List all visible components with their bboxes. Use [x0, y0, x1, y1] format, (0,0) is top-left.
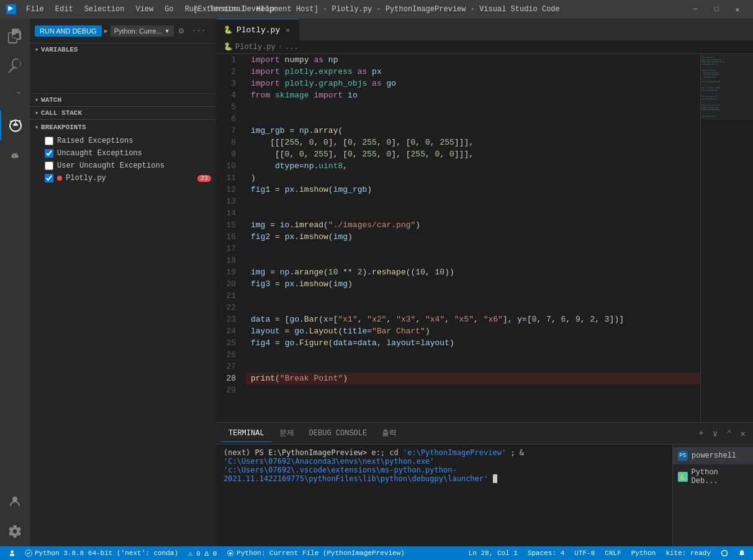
terminal-side-panel: PS powershell 🐍 Python Deb... [672, 445, 753, 546]
variables-content [30, 56, 216, 93]
chevron-down-icon: ▼ [165, 28, 170, 34]
run-debug-label: RUN AND DEBUG [40, 27, 97, 35]
menu-view[interactable]: View [130, 4, 158, 15]
plotly-breakpoint-checkbox[interactable] [45, 174, 53, 183]
python-version-label: Python 3.8.8 64-bit ('next': conda) [35, 549, 178, 557]
line-num-29: 29 [216, 384, 241, 396]
status-position[interactable]: Ln 28, Col 1 [466, 549, 520, 557]
menu-edit[interactable]: Edit [50, 4, 78, 15]
maximize-button[interactable]: □ [707, 3, 726, 16]
tab-problems[interactable]: 문제 [272, 424, 302, 443]
status-debug-icon[interactable] [5, 549, 17, 557]
raised-exceptions-checkbox[interactable] [45, 137, 53, 145]
plotly-breakpoint-label: Plotly.py [66, 174, 106, 183]
title-bar: ⯈ File Edit Selection View Go Run Termin… [0, 0, 753, 19]
powershell-icon: PS [678, 451, 688, 461]
code-line-14 [246, 207, 700, 219]
line-num-5: 5 [216, 101, 241, 113]
line-num-23: 23 [216, 314, 241, 325]
terminal-powershell-item[interactable]: PS powershell [673, 447, 753, 464]
activity-accounts[interactable] [0, 487, 30, 517]
menu-selection[interactable]: Selection [79, 4, 130, 15]
watch-chevron-icon: ▾ [35, 96, 38, 104]
warnings-label: ⚠ 0 Δ 0 [188, 549, 217, 558]
terminal-split-button[interactable]: ∨ [710, 427, 720, 440]
code-line-23: data = [go.Bar(x=["x1", "x2", "x3", "x4"… [246, 314, 700, 325]
terminal-python-debug-item[interactable]: 🐍 Python Deb... [673, 464, 753, 489]
debug-config-label: Python: Curre... [114, 27, 162, 35]
tab-debug-console[interactable]: DEBUG CONSOLE [302, 425, 375, 442]
svg-point-0 [12, 497, 17, 502]
variables-section-header[interactable]: ▾ VARIABLES [30, 43, 216, 56]
line-num-13: 13 [216, 196, 241, 207]
terminal-close-button[interactable]: ✕ [738, 427, 748, 440]
tab-python-icon: 🐍 [223, 25, 233, 35]
breakpoint-dot-icon [57, 176, 62, 181]
terminal-maximize-button[interactable]: ⌃ [724, 427, 734, 440]
code-line-11: ) [246, 172, 700, 184]
uncaught-exceptions-checkbox[interactable] [45, 149, 53, 158]
activity-search[interactable] [0, 51, 30, 81]
breakpoint-uncaught-exceptions[interactable]: Uncaught Exceptions [30, 147, 216, 160]
breakpoint-user-uncaught-exceptions[interactable]: User Uncaught Exceptions [30, 160, 216, 172]
status-sync-icon[interactable] [718, 549, 731, 557]
activity-git[interactable] [0, 81, 30, 111]
tab-close-button[interactable]: ✕ [284, 25, 292, 35]
tab-output[interactable]: 출력 [374, 424, 404, 443]
status-language[interactable]: Python [629, 549, 659, 557]
debug-ellipsis-button[interactable]: ··· [189, 25, 208, 37]
debug-config-button[interactable]: Python: Curre... ▼ [110, 25, 174, 37]
raised-exceptions-label: Raised Exceptions [57, 137, 133, 145]
breakpoint-plotly[interactable]: Plotly.py 23 [30, 172, 216, 184]
status-warnings[interactable]: ⚠ 0 Δ 0 [186, 549, 219, 558]
watch-section-header[interactable]: ▾ WATCH [30, 94, 216, 106]
status-encoding[interactable]: UTF-8 [572, 549, 597, 557]
code-line-18 [246, 255, 700, 266]
activity-settings[interactable] [0, 517, 30, 546]
code-line-12: fig1 = px.imshow(img_rgb) [246, 184, 700, 196]
menu-file[interactable]: File [21, 4, 49, 15]
debug-play-icon: ▶ [104, 27, 108, 35]
uncaught-exceptions-label: Uncaught Exceptions [57, 149, 142, 158]
breadcrumb-filename[interactable]: Plotly.py [235, 43, 276, 52]
breakpoints-section-header[interactable]: ▾ BREAKPOINTS [30, 120, 216, 135]
activity-extensions[interactable] [0, 140, 30, 170]
close-button[interactable]: ✕ [728, 3, 747, 16]
debug-gear-icon[interactable]: ⚙ [176, 24, 186, 37]
line-num-3: 3 [216, 78, 241, 89]
run-debug-button[interactable]: RUN AND DEBUG [35, 25, 102, 37]
line-num-20: 20 [216, 278, 241, 290]
line-num-15: 15 [216, 219, 241, 231]
status-bell-icon[interactable] [736, 549, 748, 557]
terminal-add-button[interactable]: + [696, 427, 706, 440]
code-line-3: import plotly.graph_objs as go [246, 78, 700, 89]
tab-terminal[interactable]: TERMINAL [221, 425, 272, 442]
line-num-7: 7 [216, 125, 241, 137]
activity-explorer[interactable] [0, 21, 30, 51]
terminal-content[interactable]: (next) PS E:\PythonImagePreview> e:; cd … [216, 445, 672, 546]
line-num-22: 22 [216, 302, 241, 314]
status-python-version[interactable]: Python 3.8.8 64-bit ('next': conda) [22, 549, 181, 557]
line-num-2: 2 [216, 66, 241, 78]
status-python-file[interactable]: Python: Current File (PythonImagePreview… [224, 549, 407, 557]
line-num-9: 9 [216, 148, 241, 160]
terminal-line-1: (next) PS E:\PythonImagePreview> e:; cd … [223, 448, 665, 466]
breakpoint-raised-exceptions[interactable]: Raised Exceptions [30, 135, 216, 147]
status-spaces[interactable]: Spaces: 4 [525, 549, 567, 557]
line-num-17: 17 [216, 243, 241, 255]
terminal-python-debug-label: Python Deb... [692, 468, 748, 485]
callstack-section-header[interactable]: ▾ CALL STACK [30, 106, 216, 119]
minimize-button[interactable]: ─ [686, 3, 705, 16]
status-kite[interactable]: kite: ready [663, 549, 713, 557]
activity-debug[interactable] [0, 111, 30, 140]
language-label: Python [631, 549, 656, 557]
menu-go[interactable]: Go [160, 4, 178, 15]
code-line-13 [246, 196, 700, 207]
breadcrumb-ellipsis: ... [285, 43, 299, 52]
code-content[interactable]: import numpy as np import plotly.express… [246, 54, 700, 422]
watch-section: ▾ WATCH [30, 93, 216, 106]
tab-plotly[interactable]: 🐍 Plotly.py ✕ [216, 19, 299, 40]
user-uncaught-exceptions-checkbox[interactable] [45, 161, 53, 170]
status-line-ending[interactable]: CRLF [602, 549, 623, 557]
line-num-12: 12 [216, 184, 241, 196]
